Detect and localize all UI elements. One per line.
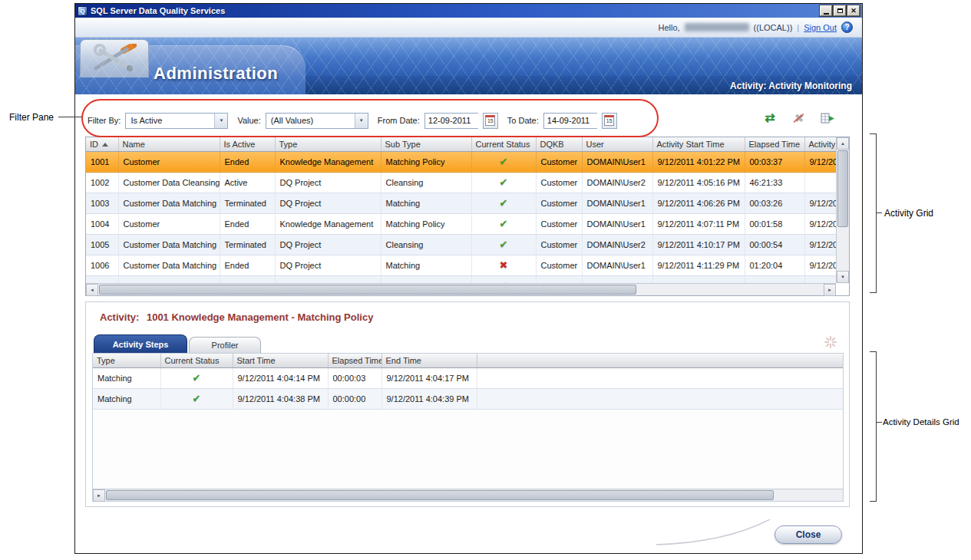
annotation-line: [877, 422, 882, 423]
chevron-down-icon[interactable]: ▼: [355, 114, 368, 128]
col-header-current-status[interactable]: Current Status: [160, 354, 233, 367]
close-icon: ✕: [850, 8, 857, 15]
terminate-activity-button[interactable]: ✖: [791, 111, 807, 125]
sign-out-link[interactable]: Sign Out: [804, 23, 837, 32]
activity-details-grid-bracket: [876, 351, 877, 502]
details-row-1[interactable]: Matching ✔ 9/12/2011 4:04:14 PM 00:00:03…: [93, 367, 843, 388]
session-bar: Hello, ((LOCAL)) | Sign Out ?: [75, 18, 862, 38]
to-date-calendar-button[interactable]: 15: [602, 113, 617, 129]
activity-row-1003[interactable]: 1003Customer Data Matching TerminatedDQ …: [86, 193, 836, 213]
activity-running-indicator-icon: [824, 336, 837, 348]
scroll-right-button[interactable]: ►: [824, 284, 836, 296]
details-row-2[interactable]: Matching ✔ 9/12/2011 4:04:38 PM 00:00:00…: [93, 388, 843, 409]
col-header-is-active[interactable]: Is Active: [220, 137, 275, 151]
activity-row-1007-partial[interactable]: 1007Customer EndedKnowledge Management D…: [86, 275, 836, 283]
activity-row-1004[interactable]: 1004Customer EndedKnowledge Management M…: [86, 213, 836, 234]
value-value: (All Values): [266, 114, 355, 128]
bracket-tick: [870, 292, 876, 293]
export-activity-button[interactable]: [821, 111, 836, 125]
status-success-icon: ✔: [193, 372, 201, 384]
local-server-label: ((LOCAL)): [754, 23, 793, 32]
window-titlebar[interactable]: Q SQL Server Data Quality Services ✕: [75, 4, 862, 18]
activity-grid-table: ID Name Is Active Type Sub Type Current …: [86, 137, 836, 283]
bracket-tick: [870, 351, 876, 352]
minimize-icon: [824, 13, 829, 15]
vertical-scroll-thumb[interactable]: [837, 150, 848, 227]
tab-activity-steps[interactable]: Activity Steps: [94, 334, 187, 353]
refresh-activities-button[interactable]: ⇄: [762, 111, 778, 125]
scroll-up-button[interactable]: ▲: [837, 137, 849, 150]
activity-row-1006[interactable]: 1006Customer Data Matching EndedDQ Proje…: [86, 255, 836, 275]
col-header-elapsed-time[interactable]: Elapsed Time: [328, 354, 381, 367]
col-header-end-time[interactable]: Activity: [804, 137, 836, 151]
col-header-dqkb[interactable]: DQKB: [536, 137, 582, 151]
tab-profiler[interactable]: Profiler: [189, 337, 261, 353]
col-header-sub-type[interactable]: Sub Type: [381, 137, 471, 151]
scroll-up-icon: ▲: [841, 141, 845, 146]
details-header-row: Type Current Status Start Time Elapsed T…: [93, 354, 843, 367]
status-success-icon: ✔: [500, 176, 508, 188]
horizontal-scroll-thumb[interactable]: [106, 490, 774, 500]
activity-details-grid: Type Current Status Start Time Elapsed T…: [92, 353, 844, 502]
window-title: SQL Server Data Quality Services: [91, 6, 820, 15]
main-content: Filter By: Is Active ▼ Value: (All Value…: [75, 94, 862, 553]
activity-row-1002[interactable]: 1002Customer Data Cleansing ActiveDQ Pro…: [86, 172, 836, 193]
separator: |: [797, 23, 799, 32]
annotation-filter-pane: Filter Pane: [9, 112, 54, 123]
calendar-icon: 15: [485, 115, 495, 126]
hello-label: Hello,: [658, 23, 679, 32]
grid-vertical-scrollbar[interactable]: ▲ ▼: [836, 137, 849, 283]
redacted-username: [685, 23, 749, 31]
from-date-label: From Date:: [378, 116, 420, 125]
to-date-label: To Date:: [507, 116, 539, 125]
col-header-start-time[interactable]: Start Time: [233, 354, 328, 367]
col-header-end-time[interactable]: End Time: [381, 354, 477, 367]
help-icon[interactable]: ?: [841, 21, 853, 33]
restore-button[interactable]: [834, 5, 846, 16]
minimize-button[interactable]: [820, 5, 832, 16]
close-button[interactable]: Close: [774, 525, 842, 544]
col-header-user[interactable]: User: [582, 137, 652, 151]
scroll-right-button[interactable]: ►: [93, 489, 105, 502]
details-grid-viewport: Type Current Status Start Time Elapsed T…: [93, 354, 843, 489]
from-date-input[interactable]: [424, 113, 478, 129]
close-window-button[interactable]: ✕: [847, 5, 860, 16]
status-success-icon: ✔: [500, 218, 508, 229]
export-icon: [821, 112, 836, 124]
grid-horizontal-scrollbar[interactable]: ◄ ►: [86, 283, 836, 295]
col-header-start-time[interactable]: Activity Start Time: [652, 137, 745, 151]
details-grid-table: Type Current Status Start Time Elapsed T…: [93, 354, 843, 410]
bracket-tick: [870, 133, 876, 134]
value-dropdown[interactable]: (All Values) ▼: [266, 113, 368, 129]
to-date-input[interactable]: [543, 113, 597, 129]
scroll-left-button[interactable]: ◄: [86, 284, 98, 296]
sort-indicator-icon: [102, 143, 108, 147]
activity-details-panel: Activity: 1001 Knowledge Management - Ma…: [85, 301, 850, 507]
scroll-right-icon: ►: [827, 288, 832, 292]
window-controls: ✕: [820, 5, 860, 16]
horizontal-scroll-thumb[interactable]: [99, 285, 636, 295]
annotation-activity-grid: Activity Grid: [884, 208, 933, 219]
status-success-icon: ✔: [500, 156, 508, 167]
activity-row-1005[interactable]: 1005Customer Data Matching TerminatedDQ …: [86, 234, 836, 255]
scroll-down-button[interactable]: ▼: [837, 271, 849, 283]
filter-by-label: Filter By:: [88, 116, 121, 125]
activity-details-title: Activity: 1001 Knowledge Management - Ma…: [100, 311, 373, 323]
col-header-type[interactable]: Type: [93, 354, 160, 367]
activity-details-title-value: 1001 Knowledge Management - Matching Pol…: [147, 311, 373, 323]
col-header-type[interactable]: Type: [275, 137, 381, 151]
activity-row-1001[interactable]: 1001Customer EndedKnowledge Management M…: [86, 151, 836, 172]
col-header-name[interactable]: Name: [118, 137, 220, 151]
annotation-line: [58, 117, 82, 117]
scroll-down-icon: ▼: [841, 275, 845, 279]
from-date-calendar-button[interactable]: 15: [483, 113, 498, 129]
col-header-current-status[interactable]: Current Status: [471, 137, 536, 151]
tools-icon: [90, 44, 139, 74]
filter-by-dropdown[interactable]: Is Active ▼: [125, 113, 228, 129]
col-header-elapsed[interactable]: Elapsed Time: [745, 137, 804, 151]
chevron-down-icon[interactable]: ▼: [214, 114, 227, 128]
page-banner: Administration Activity: Activity Monito…: [75, 38, 862, 94]
details-horizontal-scrollbar[interactable]: ◄ ►: [93, 489, 843, 501]
col-header-id[interactable]: ID: [86, 137, 118, 151]
status-success-icon: ✔: [500, 197, 508, 209]
